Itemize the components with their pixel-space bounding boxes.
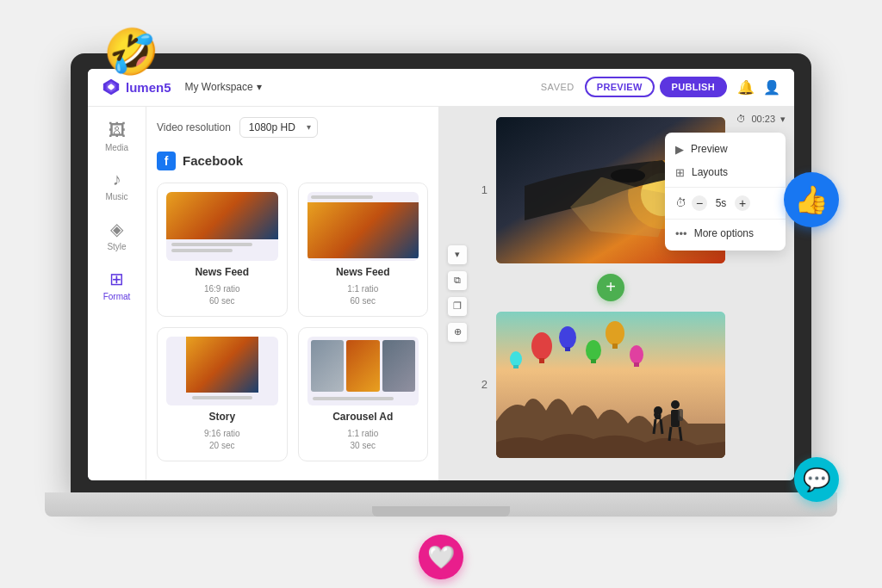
svg-rect-13 [591,359,596,363]
thumb-lines [166,239,278,258]
laptop: lumen5 My Workspace ▾ SAVED PREVIEW PUBL… [71,53,811,535]
format-ratio-1: 1:1 ratio [347,283,378,295]
thumb-image [166,192,278,239]
timer-plus-button[interactable]: + [735,195,750,211]
thumb-image-story [186,337,258,393]
app-body: 🖼 Media ♪ Music ◈ Style ⊞ [88,107,794,480]
platform-header: f Facebook [157,152,428,170]
svg-point-6 [611,169,645,183]
format-card-story[interactable]: Story 9:16 ratio 20 sec [157,327,288,461]
workspace-selector[interactable]: My Workspace ▾ [185,81,262,93]
slide-ctrl-settings[interactable]: ⊕ [448,323,467,342]
thumb-lines-story [166,393,278,403]
ctx-timer-icon: ⏱ [675,196,686,209]
ctx-layouts[interactable]: ⊞ Layouts [665,161,786,184]
slide-number-1: 1 [474,183,488,196]
facebook-icon: f [157,152,176,170]
slide-ctrl-copy1[interactable]: ⧉ [448,271,467,290]
format-thumb-story [166,337,278,405]
sidebar-item-format[interactable]: ⊞ Format [88,262,146,308]
preview-button[interactable]: PREVIEW [585,77,655,97]
format-thumb-carousel [307,337,419,405]
emoji-heart: 🤍 [419,535,463,579]
format-name-3: Carousel Ad [332,411,393,423]
sidebar-item-style-label: Style [107,242,126,251]
slide-image-2 [496,312,725,458]
laptop-base [45,492,837,517]
format-duration-2: 20 sec [204,440,240,452]
screen-bezel: lumen5 My Workspace ▾ SAVED PREVIEW PUBL… [71,53,811,492]
slide-ctrl-copy2[interactable]: ❐ [448,297,467,316]
svg-point-14 [606,321,624,345]
sidebar: 🖼 Media ♪ Music ◈ Style ⊞ [88,107,146,480]
timer-dropdown-icon[interactable]: ▾ [780,114,786,125]
workspace-arrow-icon: ▾ [257,81,262,93]
svg-rect-11 [565,347,570,351]
ctx-divider-1 [665,187,786,188]
sidebar-item-media[interactable]: 🖼 Media [88,114,146,159]
format-thumb-square [307,192,419,261]
canvas-area: ⏱ 00:23 ▾ ▾ ⧉ ❐ ⊕ [439,107,794,480]
format-panel: Video resolution 1080p HD 720p HD 4K f [146,107,439,480]
sidebar-item-format-label: Format [103,292,131,301]
ctx-preview-label: Preview [691,143,728,155]
workspace-label: My Workspace [185,81,253,93]
publish-button[interactable]: PUBLISH [660,77,727,97]
platform-name: Facebook [183,153,243,168]
header-icons: 🔔 👤 [737,79,780,96]
format-card-carousel[interactable]: Carousel Ad 1:1 ratio 30 sec [298,327,429,461]
format-ratio-3: 1:1 ratio [347,428,378,440]
slide-frame-2[interactable] [496,312,725,458]
timer-display: 00:23 [751,114,775,124]
ctx-layouts-icon: ⊞ [675,166,685,179]
sidebar-item-style[interactable]: ◈ Style [88,212,146,258]
format-meta-3: 1:1 ratio 30 sec [347,428,378,452]
canvas-toolbar: ⏱ 00:23 ▾ [736,114,786,125]
svg-rect-23 [678,409,683,421]
svg-rect-9 [539,358,544,363]
svg-point-18 [510,351,522,367]
slide-number-2: 2 [474,378,488,391]
carousel-item-2 [346,340,380,392]
resolution-row: Video resolution 1080p HD 720p HD 4K [157,117,428,138]
emoji-laughing: 🤣 [103,26,159,78]
svg-rect-15 [612,344,618,349]
scene: 🤣 lumen5 My Workspace ▾ [0,0,882,588]
media-icon: 🖼 [109,121,126,140]
user-icon[interactable]: 👤 [763,79,780,96]
sidebar-item-music[interactable]: ♪ Music [88,163,146,208]
screen: lumen5 My Workspace ▾ SAVED PREVIEW PUBL… [88,69,794,480]
ctx-more-options[interactable]: ••• More options [665,222,786,245]
laptop-notch [372,506,510,517]
thumb-image-square [307,202,419,258]
slide-ctrl-chevron[interactable]: ▾ [448,245,467,264]
sidebar-item-media-label: Media [105,143,128,152]
add-slide-button[interactable]: + [597,274,624,301]
ctx-preview[interactable]: ▶ Preview [665,138,786,161]
format-meta-0: 16:9 ratio 60 sec [204,283,240,307]
clock-icon: ⏱ [736,114,746,124]
svg-point-16 [630,345,643,364]
bell-icon[interactable]: 🔔 [737,79,755,96]
svg-point-8 [531,332,552,360]
balloons-svg [496,312,725,458]
resolution-select[interactable]: 1080p HD 720p HD 4K [239,117,318,138]
logo-icon [102,77,121,96]
thumb-line-story [192,396,253,399]
ctx-layouts-label: Layouts [692,166,728,178]
format-card-newsfeed-square[interactable]: News Feed 1:1 ratio 60 sec [298,183,429,317]
format-card-newsfeed-landscape[interactable]: News Feed 16:9 ratio 60 sec [157,183,288,317]
emoji-thumbsup: 👍 [784,172,839,227]
format-meta-1: 1:1 ratio 60 sec [347,283,378,307]
thumb-line-carousel [313,397,394,400]
timer-value: 5s [712,197,730,209]
music-icon: ♪ [113,170,121,189]
svg-point-12 [586,340,601,361]
format-duration-0: 60 sec [204,295,240,307]
format-duration-1: 60 sec [347,295,378,307]
thumb-line-1 [171,243,252,246]
svg-point-10 [559,326,576,349]
resolution-wrapper: 1080p HD 720p HD 4K [239,117,318,138]
logo-text: lumen5 [126,80,171,95]
timer-minus-button[interactable]: − [692,195,707,211]
